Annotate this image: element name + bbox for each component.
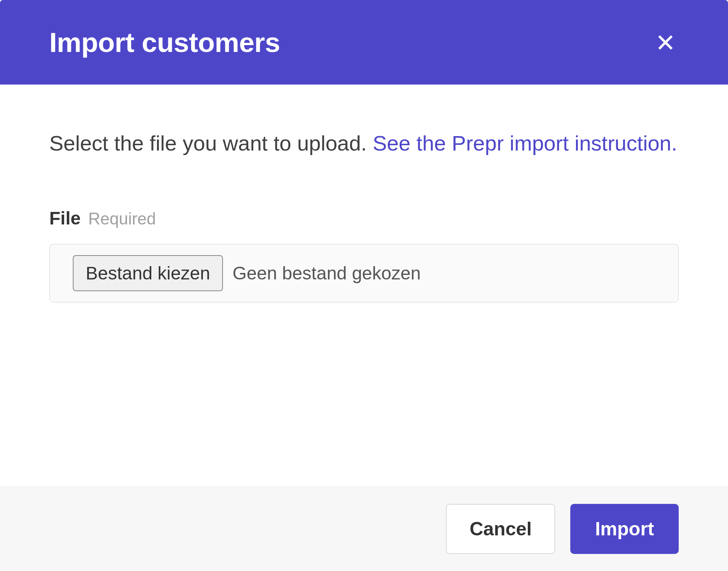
close-icon <box>656 33 675 52</box>
file-section: File Required Bestand kiezen Geen bestan… <box>49 208 679 303</box>
import-customers-modal: Import customers Select the file you wan… <box>0 0 728 571</box>
file-label: File <box>49 208 81 229</box>
modal-header: Import customers <box>0 0 728 85</box>
modal-body: Select the file you want to upload. See … <box>0 85 728 486</box>
file-label-row: File Required <box>49 208 679 229</box>
modal-title: Import customers <box>49 27 280 58</box>
required-label: Required <box>88 209 156 228</box>
close-button[interactable] <box>652 29 679 56</box>
instruction-link[interactable]: See the Prepr import instruction. <box>373 131 677 155</box>
instruction-text-static: Select the file you want to upload. <box>49 131 373 155</box>
modal-footer: Cancel Import <box>0 486 728 571</box>
cancel-button[interactable]: Cancel <box>446 504 555 554</box>
file-input-container[interactable]: Bestand kiezen Geen bestand gekozen <box>49 244 679 303</box>
file-choose-button[interactable]: Bestand kiezen <box>73 255 223 291</box>
instruction-text: Select the file you want to upload. See … <box>49 130 679 157</box>
file-status-text: Geen bestand gekozen <box>232 263 420 284</box>
import-button[interactable]: Import <box>570 504 679 554</box>
